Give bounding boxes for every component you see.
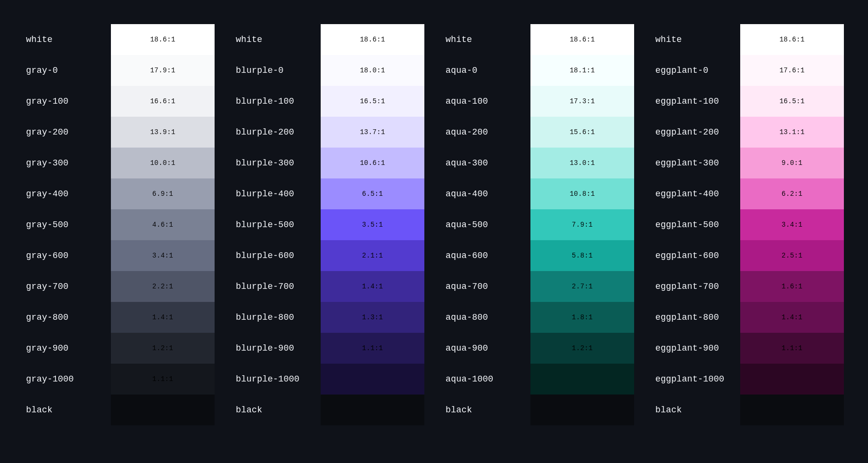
contrast-ratio: 16.5:1 xyxy=(360,97,385,105)
contrast-ratio: 2.7:1 xyxy=(572,283,593,290)
swatch-label: blurple-300 xyxy=(234,148,321,178)
contrast-ratio: 18.1:1 xyxy=(570,67,595,74)
contrast-ratio: 13.1:1 xyxy=(779,128,804,136)
color-swatch xyxy=(530,364,634,395)
contrast-ratio: 2.1:1 xyxy=(362,252,383,259)
swatch-label: blurple-1000 xyxy=(234,364,321,395)
swatch-label: black xyxy=(234,395,321,425)
swatch-label: eggplant-500 xyxy=(653,209,740,240)
contrast-ratio: 1.2:1 xyxy=(152,344,174,352)
swatch-label: blurple-200 xyxy=(234,117,321,148)
swatch-label: blurple-400 xyxy=(234,178,321,209)
swatch-label: aqua-1000 xyxy=(444,364,530,395)
contrast-ratio: 3.4:1 xyxy=(782,221,803,229)
contrast-ratio: 10.6:1 xyxy=(360,159,385,167)
swatch-label: blurple-500 xyxy=(234,209,321,240)
swatch-label: white xyxy=(653,24,740,55)
color-swatch: 13.7:1 xyxy=(321,117,424,148)
contrast-ratio: 13.7:1 xyxy=(360,128,385,136)
contrast-ratio: 2.5:1 xyxy=(782,252,803,259)
color-swatch: 1.4:1 xyxy=(740,302,844,333)
color-swatch: 13.0:1 xyxy=(530,148,634,178)
contrast-ratio: 16.6:1 xyxy=(150,97,175,105)
swatch-label: aqua-800 xyxy=(444,302,530,333)
swatch-label: gray-0 xyxy=(24,55,111,86)
contrast-ratio: 1.1:1 xyxy=(152,375,174,383)
swatch-label: blurple-800 xyxy=(234,302,321,333)
contrast-ratio: 18.6:1 xyxy=(360,36,385,43)
contrast-ratio: 1.4:1 xyxy=(152,313,174,321)
contrast-ratio: 3.5:1 xyxy=(362,221,383,229)
swatch-label: aqua-200 xyxy=(444,117,530,148)
contrast-ratio: 2.2:1 xyxy=(152,283,174,290)
color-swatch: 1.6:1 xyxy=(740,271,844,302)
color-swatch: 10.8:1 xyxy=(530,178,634,209)
contrast-ratio: 10.8:1 xyxy=(570,190,595,198)
color-swatch: 18.6:1 xyxy=(740,24,844,55)
contrast-ratio: 1.8:1 xyxy=(572,313,593,321)
color-swatch: 16.6:1 xyxy=(111,86,215,117)
color-swatch: 1.2:1 xyxy=(530,333,634,364)
contrast-ratio: 18.6:1 xyxy=(150,36,175,43)
contrast-ratio: 3.4:1 xyxy=(152,252,174,259)
contrast-ratio: 13.9:1 xyxy=(150,128,175,136)
color-swatch xyxy=(530,395,634,425)
swatch-label: blurple-100 xyxy=(234,86,321,117)
swatch-label: eggplant-900 xyxy=(653,333,740,364)
swatch-label: eggplant-700 xyxy=(653,271,740,302)
color-swatch: 15.6:1 xyxy=(530,117,634,148)
contrast-ratio: 1.2:1 xyxy=(572,344,593,352)
swatch-label: gray-1000 xyxy=(24,364,111,395)
swatch-label: black xyxy=(24,395,111,425)
swatch-label: white xyxy=(444,24,530,55)
palette-swatches: 18.6:117.6:116.5:113.1:19.0:16.2:13.4:12… xyxy=(740,24,844,439)
contrast-ratio: 6.2:1 xyxy=(782,190,803,198)
swatch-label: gray-700 xyxy=(24,271,111,302)
swatch-label: aqua-400 xyxy=(444,178,530,209)
palette-column-gray: whitegray-0gray-100gray-200gray-300gray-… xyxy=(24,24,215,439)
color-swatch xyxy=(740,395,844,425)
color-swatch: 1.4:1 xyxy=(111,302,215,333)
contrast-ratio: 1.1:1 xyxy=(782,344,803,352)
color-swatch: 5.8:1 xyxy=(530,240,634,271)
swatch-label: blurple-600 xyxy=(234,240,321,271)
color-swatch: 10.0:1 xyxy=(111,148,215,178)
swatch-label: gray-600 xyxy=(24,240,111,271)
color-swatch: 7.9:1 xyxy=(530,209,634,240)
contrast-ratio: 1.6:1 xyxy=(782,283,803,290)
color-swatch: 13.1:1 xyxy=(740,117,844,148)
swatch-label: eggplant-1000 xyxy=(653,364,740,395)
color-swatch: 6.9:1 xyxy=(111,178,215,209)
color-swatch: 4.6:1 xyxy=(111,209,215,240)
swatch-label: black xyxy=(653,395,740,425)
color-swatch: 6.5:1 xyxy=(321,178,424,209)
color-swatch: 10.6:1 xyxy=(321,148,424,178)
swatch-label: aqua-700 xyxy=(444,271,530,302)
swatch-label: gray-400 xyxy=(24,178,111,209)
color-swatch: 1.2:1 xyxy=(111,333,215,364)
swatch-label: white xyxy=(234,24,321,55)
contrast-ratio: 15.6:1 xyxy=(570,128,595,136)
contrast-ratio: 17.3:1 xyxy=(570,97,595,105)
contrast-ratio: 7.9:1 xyxy=(572,221,593,229)
contrast-ratio: 6.9:1 xyxy=(152,190,174,198)
swatch-label: aqua-100 xyxy=(444,86,530,117)
color-swatch: 2.2:1 xyxy=(111,271,215,302)
palette-names: whiteblurple-0blurple-100blurple-200blur… xyxy=(234,24,321,439)
color-swatch: 1.1:1 xyxy=(321,333,424,364)
swatch-label: eggplant-200 xyxy=(653,117,740,148)
contrast-ratio: 1.4:1 xyxy=(362,283,383,290)
color-swatch: 13.9:1 xyxy=(111,117,215,148)
swatch-label: aqua-500 xyxy=(444,209,530,240)
swatch-label: eggplant-100 xyxy=(653,86,740,117)
contrast-ratio: 16.5:1 xyxy=(779,97,804,105)
color-swatch: 1.1:1 xyxy=(740,333,844,364)
color-swatch: 16.5:1 xyxy=(740,86,844,117)
swatch-label: blurple-0 xyxy=(234,55,321,86)
color-swatch: 1.3:1 xyxy=(321,302,424,333)
palette-names: whiteeggplant-0eggplant-100eggplant-200e… xyxy=(653,24,740,439)
swatch-label: gray-500 xyxy=(24,209,111,240)
swatch-label: eggplant-800 xyxy=(653,302,740,333)
swatch-label: eggplant-300 xyxy=(653,148,740,178)
swatch-label: blurple-700 xyxy=(234,271,321,302)
